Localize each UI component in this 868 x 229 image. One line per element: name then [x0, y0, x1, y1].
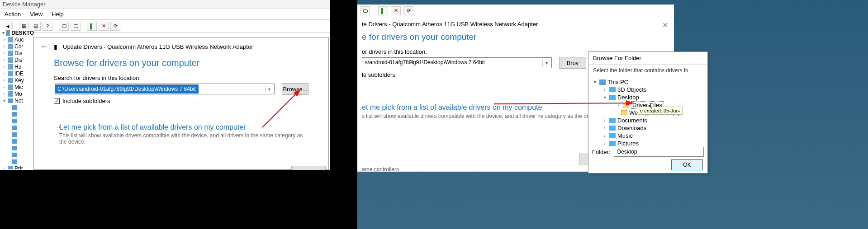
- wizard-title: Browse for drivers on your computer: [34, 56, 328, 75]
- usb-device-icon: ▮: [54, 43, 57, 51]
- menu-bar: Action View Help: [0, 9, 330, 20]
- wizard-title: e for drivers on your computer: [357, 28, 674, 48]
- folder-icon: [621, 110, 627, 115]
- wizard-header-text: Update Drivers - Qualcomm Atheros 11G US…: [63, 43, 253, 50]
- device-icon: [8, 71, 13, 76]
- adapter-icon: [12, 139, 17, 144]
- device-icon: [8, 78, 13, 83]
- device-icon: [8, 37, 13, 42]
- device-icon: [8, 166, 13, 170]
- device-icon: [8, 51, 13, 56]
- window-title: Device Manager: [0, 0, 330, 9]
- computer-icon: [6, 30, 10, 36]
- browse-button[interactable]: Brov: [559, 57, 586, 69]
- black-region: [0, 170, 330, 229]
- adapter-icon: [12, 119, 17, 123]
- arrow-right-icon: →: [54, 122, 62, 132]
- folder-icon: [609, 87, 616, 92]
- adapter-icon: [12, 126, 17, 130]
- toolbar-update-icon[interactable]: ⟳: [110, 22, 120, 31]
- location-combobox[interactable]: s\android-01afg789lg91\Desktop\Windows 7…: [362, 57, 552, 68]
- toolbar: ◄ ▦ ▤ ? 🖵 🖵 ▌ ✕ ⟳: [0, 20, 330, 33]
- update-driver-wizard: ← ▮ Update Drivers - Qualcomm Atheros 11…: [33, 37, 329, 170]
- toolbar-help-icon[interactable]: ?: [43, 22, 52, 31]
- folder-icon: [609, 133, 616, 138]
- search-location-label: Search for drivers in this location:: [34, 75, 328, 83]
- location-value: s\android-01afg789lg91\Desktop\Windows 7…: [365, 59, 485, 65]
- chevron-down-icon[interactable]: ▾: [265, 85, 273, 93]
- toolbar-disable-icon[interactable]: ✕: [391, 6, 401, 15]
- location-combobox[interactable]: C:\Users\android-01afg789lg91\Desktop\Wi…: [54, 84, 275, 94]
- adapter-icon: [12, 105, 17, 110]
- adapter-icon: [12, 159, 17, 164]
- device-icon: [8, 44, 13, 49]
- folder-icon: [623, 103, 629, 107]
- device-tree[interactable]: ▾DESKTO ›Auc ›Cor ›Dis ›Dis ›Hu ›IDE ›Ke…: [0, 29, 34, 169]
- back-arrow-icon[interactable]: ←: [40, 42, 48, 51]
- dialog-title: Browse For Folder: [588, 52, 707, 65]
- toolbar-monitor-icon[interactable]: 🖵: [59, 22, 69, 31]
- ok-button[interactable]: OK: [671, 159, 703, 170]
- network-icon: [8, 98, 13, 103]
- toolbar-right: 🖵 ▌ ✕ ⟳: [357, 5, 674, 17]
- browse-button[interactable]: Browse...: [282, 83, 308, 95]
- adapter-icon: [12, 112, 17, 117]
- menu-action[interactable]: Action: [5, 11, 21, 18]
- toolbar-monitor-icon[interactable]: 🖵: [360, 6, 370, 15]
- adapter-icon: [12, 146, 17, 150]
- include-subfolders-label: Include subfolders: [62, 98, 110, 104]
- pick-drivers-link[interactable]: Let me pick from a list of available dri…: [59, 123, 308, 131]
- folder-input[interactable]: [614, 147, 704, 157]
- dialog-instruction: Select the folder that contains drivers …: [588, 65, 707, 76]
- folder-icon: [609, 141, 616, 146]
- cursor-icon: ↖: [648, 103, 653, 110]
- computer-icon: [599, 79, 606, 85]
- toolbar-enable-icon[interactable]: ▌: [378, 6, 388, 15]
- pick-drivers-description: This list will show available drivers co…: [59, 132, 308, 145]
- chevron-down-icon[interactable]: ▾: [542, 59, 550, 67]
- device-icon: [8, 57, 13, 63]
- tooltip: e created: 05-Jun-: [638, 107, 683, 115]
- folder-icon: [609, 95, 616, 100]
- folder-icon: [609, 118, 616, 123]
- toolbar-disable-icon[interactable]: ✕: [99, 22, 109, 31]
- footer-text: ame controllers: [362, 166, 399, 172]
- adapter-icon: [12, 153, 17, 157]
- device-icon: [8, 64, 13, 70]
- device-icon: [8, 91, 13, 97]
- device-icon: [8, 84, 13, 90]
- toolbar-enable-icon[interactable]: ▌: [87, 22, 97, 31]
- menu-view[interactable]: View: [30, 11, 43, 18]
- menu-help[interactable]: Help: [52, 11, 64, 18]
- adapter-icon: [12, 132, 17, 137]
- toolbar-update-icon[interactable]: ⟳: [403, 6, 413, 15]
- wizard-header-text: te Drivers - Qualcomm Atheros 11G USB Wi…: [357, 17, 674, 28]
- include-subfolders-checkbox[interactable]: ✓: [54, 98, 60, 104]
- folder-icon: [609, 126, 616, 131]
- location-value: C:\Users\android-01afg789lg91\Desktop\Wi…: [55, 84, 199, 93]
- close-icon[interactable]: ✕: [660, 21, 669, 30]
- toolbar-monitorx-icon[interactable]: 🖵: [71, 22, 81, 31]
- device-manager-window: Device Manager Action View Help ◄ ▦ ▤ ? …: [0, 0, 330, 172]
- folder-label: Folder:: [592, 149, 610, 155]
